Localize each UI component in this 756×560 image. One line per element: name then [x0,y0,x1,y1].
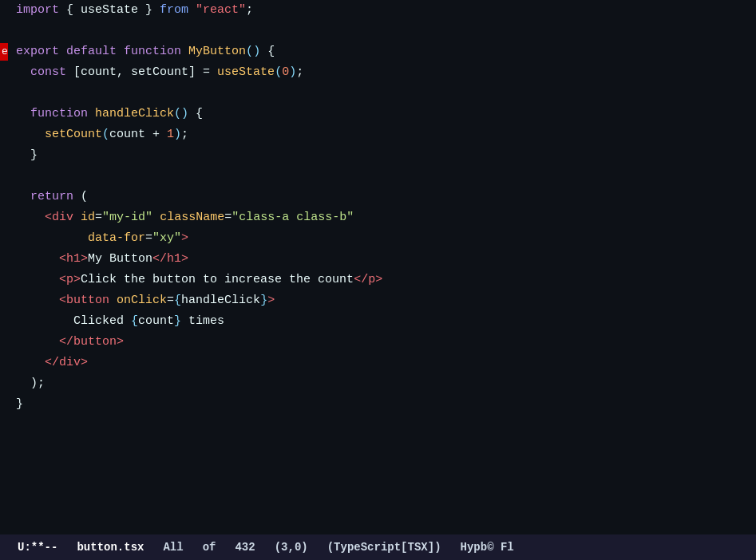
status-of: of [193,534,226,560]
status-mode: U:**-- [8,534,67,560]
code-line-17: } [0,394,756,415]
keyword-import: import [16,1,59,20]
code-line-8: <div id="my-id" className="class-a class… [0,207,756,228]
code-line-11: <p>Click the button to increase the coun… [0,270,756,290]
code-line-7: return ( [0,187,756,207]
status-cursor: (3,0) [265,534,318,560]
code-line-5: setCount(count + 1); [0,124,756,145]
editor-container: import { useState } from "react"; e expo… [0,0,756,560]
error-marker: e [0,43,8,61]
empty-line-3 [0,166,756,187]
code-line-9: data-for="xy"> [0,228,756,249]
status-filename: button.tsx [67,534,153,560]
status-filetype: (TypeScript[TSX]) [318,534,451,560]
code-area[interactable]: import { useState } from "react"; e expo… [0,0,756,534]
code-line-13: Clicked {count} times [0,311,756,332]
code-line-14: </button> [0,332,756,353]
code-line-15: </div> [0,353,756,373]
code-line-2: e export default function MyButton() { [0,41,756,62]
code-line-1: import { useState } from "react"; [0,0,756,21]
code-line-4: function handleClick() { [0,104,756,124]
status-total-lines: 432 [225,534,264,560]
keyword-from: from [160,1,188,20]
code-line-3: const [count, setCount] = useState(0); [0,62,756,83]
empty-line-2 [0,83,756,104]
status-bar: U:**-- button.tsx All of 432 (3,0) (Type… [0,534,756,560]
code-line-16: ); [0,373,756,394]
empty-line-1 [0,21,756,41]
status-position-label: All [153,534,192,560]
code-line-12: <button onClick={handleClick}> [0,290,756,311]
status-extra: Hypb© Fl [451,534,524,560]
code-line-10: <h1>My Button</h1> [0,249,756,270]
code-line-6: } [0,145,756,166]
